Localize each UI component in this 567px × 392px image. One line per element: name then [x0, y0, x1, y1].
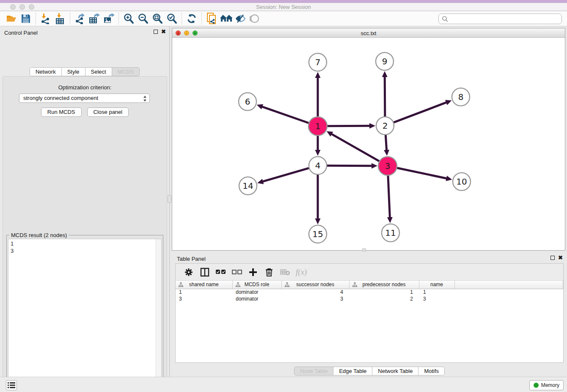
select-all-button[interactable]	[213, 265, 229, 279]
tab-node-table[interactable]: Node Table	[294, 367, 334, 375]
table-cell[interactable]: 3	[281, 295, 349, 302]
table-cell[interactable]: 3	[176, 295, 232, 302]
table-cell[interactable]: 1	[176, 289, 232, 295]
add-column-button[interactable]	[245, 265, 261, 279]
deselect-all-button[interactable]	[229, 265, 245, 279]
delete-table-button[interactable]	[277, 265, 293, 279]
edge-arrowhead	[315, 150, 321, 156]
table-cell[interactable]: dominator	[232, 295, 281, 302]
graph-edge-1-6[interactable]	[261, 107, 309, 123]
column-header-name[interactable]: name	[419, 281, 454, 289]
column-header-shared-name[interactable]: shared name	[176, 281, 232, 289]
table-cell[interactable]: 1	[349, 289, 419, 295]
clone-network-button[interactable]	[204, 12, 219, 25]
close-panel-icon[interactable]: ✖	[161, 29, 166, 34]
hide-panel-button[interactable]	[233, 12, 248, 25]
edge-arrowhead	[372, 163, 377, 168]
graph-edge-3-10[interactable]	[397, 168, 447, 179]
edge-arrowhead	[446, 176, 452, 181]
float-panel-icon[interactable]	[550, 256, 555, 260]
tab-motifs[interactable]: Motifs	[418, 367, 445, 375]
graph-edge-3-1[interactable]	[331, 134, 380, 161]
tab-network-table[interactable]: Network Table	[372, 367, 418, 375]
column-header-predecessor-nodes[interactable]: predecessor nodes	[349, 281, 419, 289]
float-panel-icon[interactable]	[154, 30, 158, 34]
edge-arrowhead	[384, 150, 389, 156]
graph-edge-2-8[interactable]	[394, 102, 447, 122]
edge-arrowhead	[445, 100, 451, 105]
graph-edge-4-3[interactable]	[327, 166, 372, 166]
mcds-result-list[interactable]: 13	[8, 239, 162, 392]
import-table-button[interactable]	[53, 12, 67, 25]
graph-edge-2-3[interactable]	[385, 135, 386, 151]
graph-node-label: 2	[383, 121, 388, 131]
export-image-button[interactable]	[102, 12, 116, 25]
hierarchy-icon	[179, 282, 183, 287]
table-row[interactable]: 1dominator411	[176, 289, 563, 295]
edge-arrowhead	[257, 179, 264, 184]
zoom-in-button[interactable]	[121, 12, 136, 25]
close-panel-icon[interactable]: ✖	[558, 255, 563, 260]
network-window-titlebar[interactable]: x - + scc.txt	[172, 28, 565, 38]
export-image-icon	[103, 13, 115, 24]
zoom-fit-button[interactable]	[150, 12, 165, 25]
graph-edge-3-11[interactable]	[388, 175, 390, 218]
save-session-button[interactable]	[19, 12, 33, 25]
graph-node-label: 9	[382, 56, 388, 66]
horizontal-splitter-grip[interactable]	[362, 248, 366, 251]
graph-edge-2-9[interactable]	[385, 76, 385, 116]
graph-node-label: 1	[315, 121, 321, 131]
edge-arrowhead	[382, 71, 388, 77]
table-cell[interactable]: 3	[419, 295, 454, 302]
graph-edge-1-2[interactable]	[327, 126, 370, 126]
memory-label: Memory	[541, 382, 559, 388]
result-scrollbar[interactable]	[156, 239, 161, 392]
tab-edge-table[interactable]: Edge Table	[333, 367, 372, 375]
graph-svg[interactable]: 7968124314101511	[172, 38, 565, 250]
graph-edge-4-14[interactable]	[262, 168, 309, 182]
zoom-selected-button[interactable]	[165, 12, 179, 25]
table-toolbar: f(x)	[176, 264, 563, 281]
memory-button[interactable]: Memory	[529, 380, 564, 390]
run-mcds-button[interactable]: Run MCDS	[41, 108, 82, 117]
graph-node-label: 7	[315, 57, 321, 67]
tab-select[interactable]: Select	[85, 67, 112, 76]
sphere-button[interactable]	[248, 12, 262, 25]
search-input[interactable]	[438, 14, 562, 24]
toolbar-separator	[70, 13, 70, 25]
import-table-icon	[55, 13, 66, 24]
zoom-out-button[interactable]	[136, 12, 150, 25]
export-network-button[interactable]	[73, 12, 87, 25]
refresh-button[interactable]	[184, 12, 199, 25]
tab-mcds[interactable]: MCDS	[112, 67, 140, 76]
apply-function-button[interactable]: f(x)	[293, 265, 309, 279]
tab-network[interactable]: Network	[30, 67, 62, 76]
table-cell[interactable]: 1	[419, 289, 454, 295]
column-header-successor-nodes[interactable]: successor nodes	[281, 281, 349, 289]
split-panel-button[interactable]	[197, 265, 213, 279]
import-network-button[interactable]	[39, 12, 53, 25]
task-history-button[interactable]	[6, 380, 17, 390]
edge-arrowhead	[387, 217, 393, 223]
column-header-MCDS-role[interactable]: MCDS role	[232, 281, 281, 289]
export-table-button[interactable]	[87, 12, 102, 25]
table-row[interactable]: 3dominator323	[176, 295, 563, 302]
table-cell[interactable]: 2	[349, 295, 419, 302]
hide-panel-icon	[234, 14, 246, 24]
table-body: 1dominator4113dominator323	[176, 289, 563, 302]
close-panel-button[interactable]: Close panel	[87, 108, 129, 117]
optimization-criterion-select[interactable]: strongly connected component	[19, 94, 150, 103]
tab-style[interactable]: Style	[62, 67, 85, 76]
title-accent-strip	[0, 0, 567, 3]
home-button[interactable]	[219, 12, 233, 25]
control-panel-title: Control Panel	[4, 30, 38, 36]
delete-button[interactable]	[261, 265, 277, 279]
open-file-button[interactable]	[4, 12, 19, 25]
table-cell[interactable]: dominator	[232, 289, 281, 295]
table-cell[interactable]: 4	[281, 289, 349, 295]
vertical-splitter-grip[interactable]	[168, 195, 171, 203]
table-settings-button[interactable]	[181, 265, 197, 279]
mcds-result-line: 3	[11, 247, 161, 254]
edge-arrowhead	[315, 218, 321, 224]
graph-node-label: 15	[312, 229, 323, 239]
